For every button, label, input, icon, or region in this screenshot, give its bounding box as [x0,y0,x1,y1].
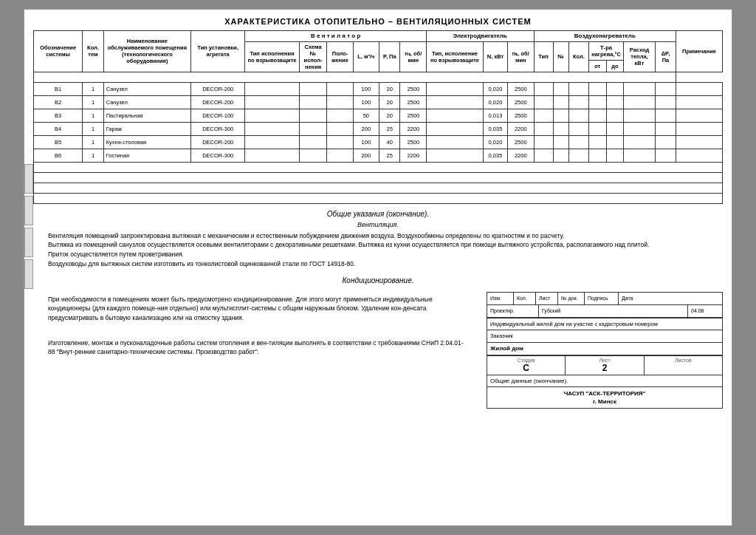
title-block: Изм. Кол. Лист № док. Подпись Дата Проек… [487,292,723,409]
cell-v-P: 20 [379,82,400,95]
m-type: Тип, исполнение по взрывозащите [426,41,483,72]
h-temp-to: до [606,61,624,72]
cell-h-dP [655,95,676,109]
cond-para-2: Изготовление, монтаж и пусконаладочные р… [48,338,464,358]
cell-room: Гостиная [103,149,190,162]
cell-kol: 1 [83,82,103,95]
general-notes-heading: Общие указания (окончание). [33,210,723,218]
stamp-proyector-label: Проектир. [487,305,539,317]
cell-h-dP [655,122,676,135]
cell-room: Гараж [103,122,190,135]
cell-v-schema [299,122,327,135]
cell-h-no [553,149,568,162]
cell-h-dP [655,109,676,122]
h-temp-group: Т-ра нагрева,°С [588,41,623,60]
left-binding [24,164,33,289]
cell-kol: 1 [83,149,103,162]
cell-v-ispolnenie [245,149,299,162]
cell-h-tip [534,135,553,149]
cell-h-temp-from [588,82,606,95]
cell-m-n: 2500 [508,135,535,149]
cell-h-tip [534,122,553,135]
cell-h-kol [568,95,588,109]
ventilator-group: В е н т и л я т о р [245,31,427,42]
ventilation-table: Обозначение системы Кол. тем Наименовани… [33,30,723,204]
cell-h-rashod [624,109,656,122]
cell-h-temp-to [606,135,624,149]
cell-h-rashod [624,149,656,162]
table-empty-row [34,72,723,82]
cell-sys: В5 [34,135,83,149]
cell-type: DECOR-200 [191,135,245,149]
m-n: n₁, об/мин [508,41,535,72]
cell-sys: В3 [34,109,83,122]
h-temp-from: от [588,61,606,72]
cell-h-no [553,109,568,122]
cell-v-ispolnenie [245,82,299,95]
cell-h-temp-to [606,95,624,109]
cell-kol: 1 [83,122,103,135]
stamp-customer-label: Заказчик [487,330,722,342]
cell-h-tip [534,82,553,95]
cell-sys: В1 [34,82,83,95]
cell-note [676,95,723,109]
table-empty-row [34,172,723,183]
stamp-list: Лист [536,293,558,304]
cell-v-n: 2500 [400,82,427,95]
col-room: Наименование обслуживаемого помещения (т… [103,31,190,72]
h-kol: Кол. [568,41,588,72]
cell-h-dP [655,82,676,95]
conditioning-heading: Кондиционирование. [33,276,723,284]
stamp-stage-value: С [490,363,562,373]
stamp-company: ЧАСУП "АСК-ТЕРРИТОРИЯ"г. Минск [487,387,722,408]
cell-v-L: 50 [353,109,379,122]
heater-group: Воздухонагреватель [534,31,676,42]
table-row: В4 1 Гараж DECOR-300 200 25 2200 0,035 2… [34,122,723,135]
cell-v-L: 200 [353,122,379,135]
cell-v-polo [327,149,353,162]
cell-h-temp-from [588,122,606,135]
stamp-sheet-cell: Лист 2 [566,356,644,375]
vent-para-1: Вентиляция помещений запроектирована выт… [48,232,564,239]
cell-v-P: 40 [379,135,400,149]
stamp-data: Дата [619,293,722,304]
cell-m-n: 2500 [508,109,535,122]
page-title: ХАРАКТЕРИСТИКА ОТОПИТЕЛЬНО – ВЕНТИЛЯЦИОН… [33,17,723,26]
cell-m-type [426,82,483,95]
cell-v-L: 200 [353,149,379,162]
cell-v-polo [327,122,353,135]
cell-v-ispolnenie [245,135,299,149]
v-L: L, м³/ч [353,41,379,72]
stamp-sheets-label: Листов [647,358,719,363]
cell-h-no [553,135,568,149]
cell-h-dP [655,149,676,162]
h-tip: Тип [534,41,553,72]
cell-m-n: 2500 [508,82,535,95]
bottom-section: При необходимости в помещениях может быт… [33,292,723,409]
stamp-bottom-label: Общие данные (окончание). [487,375,722,387]
cell-note [676,122,723,135]
cell-h-temp-to [606,82,624,95]
cell-m-type [426,95,483,109]
cell-v-schema [299,82,327,95]
cell-m-N: 0,035 [483,149,507,162]
cell-h-kol [568,109,588,122]
cell-v-P: 20 [379,109,400,122]
page: ХАРАКТЕРИСТИКА ОТОПИТЕЛЬНО – ВЕНТИЛЯЦИОН… [24,9,732,526]
stamp-proyector-row: Проектир. Губский 04.08 [487,305,722,318]
cell-kol: 1 [83,109,103,122]
cell-sys: В4 [34,122,83,135]
table-empty-row [34,162,723,172]
cell-v-ispolnenie [245,95,299,109]
col-kol: Кол. тем [83,31,103,72]
stamp-object-row: Жилой дом [487,343,722,355]
v-P: P, Па [379,41,400,72]
stamp-project-title: Индивидуальный жилой дом на участке с ка… [487,318,722,330]
cell-h-temp-from [588,149,606,162]
cell-v-ispolnenie [245,109,299,122]
cell-note [676,82,723,95]
table-row: В6 1 Гостиная DECOR-300 200 25 2200 0,03… [34,149,723,162]
cell-h-tip [534,109,553,122]
cell-v-n: 2500 [400,135,427,149]
cell-room: Кухня-столовая [103,135,190,149]
